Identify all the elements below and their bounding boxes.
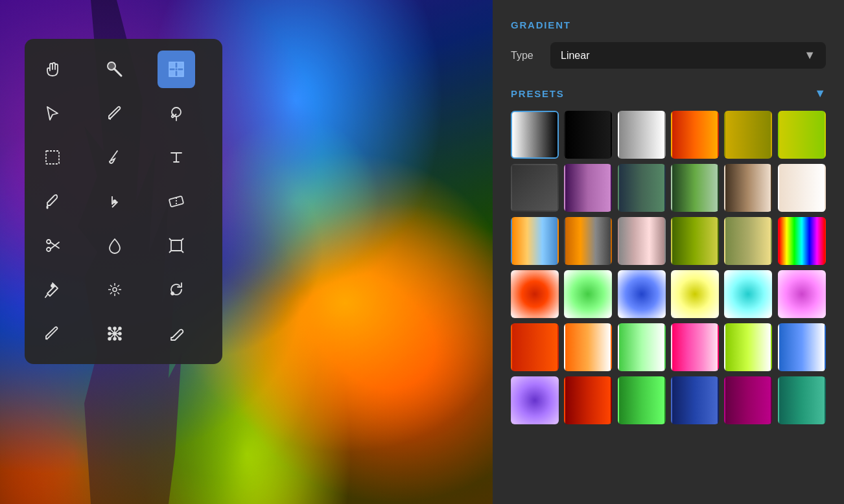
preset-item[interactable] <box>564 376 612 424</box>
preset-item[interactable] <box>778 323 826 371</box>
presets-grid <box>511 111 826 424</box>
preset-item[interactable] <box>671 111 719 159</box>
type-row: Type Linear ▼ <box>511 42 826 69</box>
preset-item[interactable] <box>778 217 826 265</box>
preset-item[interactable] <box>618 217 666 265</box>
svg-rect-13 <box>46 151 59 164</box>
preset-item[interactable] <box>671 376 719 424</box>
preset-item[interactable] <box>511 376 559 424</box>
scissors-tool[interactable] <box>34 227 71 264</box>
svg-rect-6 <box>178 71 183 76</box>
preset-item[interactable] <box>564 164 612 212</box>
text-tool[interactable] <box>158 139 195 176</box>
brush-tool[interactable] <box>96 51 134 88</box>
type-label: Type <box>511 50 540 62</box>
edit2-tool[interactable] <box>34 315 71 352</box>
hand-tool[interactable] <box>34 51 71 88</box>
svg-point-15 <box>113 200 116 203</box>
preset-item[interactable] <box>511 323 559 371</box>
pencil-tool[interactable] <box>96 95 134 132</box>
preset-item[interactable] <box>564 217 612 265</box>
preset-item[interactable] <box>618 376 666 424</box>
effects-tool[interactable] <box>96 271 134 308</box>
type-select[interactable]: Linear ▼ <box>550 42 826 69</box>
type-value: Linear <box>561 50 589 62</box>
fill-tool[interactable] <box>158 95 195 132</box>
svg-line-22 <box>182 251 183 253</box>
svg-point-25 <box>51 284 54 287</box>
svg-line-23 <box>169 251 171 253</box>
dropper-tool[interactable] <box>96 227 134 264</box>
preset-item[interactable] <box>778 376 826 424</box>
preset-item[interactable] <box>724 164 772 212</box>
preset-item[interactable] <box>724 270 772 318</box>
svg-rect-5 <box>169 71 175 76</box>
preset-item[interactable] <box>671 164 719 212</box>
transform-tool[interactable] <box>158 271 195 308</box>
preset-item[interactable] <box>724 323 772 371</box>
preset-item[interactable] <box>671 323 719 371</box>
preset-item[interactable] <box>618 270 666 318</box>
preset-item[interactable] <box>618 323 666 371</box>
gradient-title: GRADIENT <box>511 19 826 30</box>
svg-rect-3 <box>169 62 175 68</box>
preset-item[interactable] <box>618 111 666 159</box>
preset-item[interactable] <box>618 164 666 212</box>
presets-header: PRESETS ▼ <box>511 87 826 100</box>
presets-title: PRESETS <box>511 88 565 99</box>
svg-line-21 <box>169 238 171 240</box>
preset-item[interactable] <box>724 111 772 159</box>
rect-select-tool[interactable] <box>34 139 71 176</box>
preset-item[interactable] <box>778 270 826 318</box>
preset-item[interactable] <box>511 217 559 265</box>
pen-tool[interactable] <box>34 271 71 308</box>
preset-item[interactable] <box>511 164 559 212</box>
preset-item[interactable] <box>511 270 559 318</box>
type-chevron-icon: ▼ <box>804 49 815 62</box>
preset-item[interactable] <box>564 111 612 159</box>
arrow-select-tool[interactable] <box>34 95 71 132</box>
svg-point-27 <box>171 292 174 295</box>
crop-tool[interactable] <box>158 227 195 264</box>
gradient-panel: GRADIENT Type Linear ▼ PRESETS ▼ <box>493 0 844 504</box>
erase2-tool[interactable] <box>158 315 195 352</box>
preset-item[interactable] <box>671 270 719 318</box>
preset-item[interactable] <box>564 323 612 371</box>
preset-item[interactable] <box>564 270 612 318</box>
eraser-tool[interactable] <box>158 183 195 220</box>
paint-brush-tool[interactable] <box>96 139 134 176</box>
eyedropper-tool[interactable] <box>34 183 71 220</box>
svg-point-19 <box>47 247 51 251</box>
preset-item[interactable] <box>511 111 559 159</box>
svg-line-2 <box>114 69 121 76</box>
preset-item[interactable] <box>671 217 719 265</box>
svg-point-18 <box>47 240 51 244</box>
svg-rect-4 <box>178 62 183 68</box>
network-tool[interactable] <box>96 315 134 352</box>
preset-item[interactable] <box>724 217 772 265</box>
pointer-tool[interactable] <box>96 183 134 220</box>
tools-panel <box>25 39 222 364</box>
pattern-tool[interactable] <box>158 51 195 88</box>
svg-rect-20 <box>171 240 182 251</box>
preset-item[interactable] <box>778 164 826 212</box>
presets-chevron-icon[interactable]: ▼ <box>814 87 826 100</box>
svg-line-24 <box>182 238 183 240</box>
presets-section: PRESETS ▼ <box>511 87 826 424</box>
preset-item[interactable] <box>724 376 772 424</box>
preset-item[interactable] <box>778 111 826 159</box>
svg-point-26 <box>113 288 117 292</box>
